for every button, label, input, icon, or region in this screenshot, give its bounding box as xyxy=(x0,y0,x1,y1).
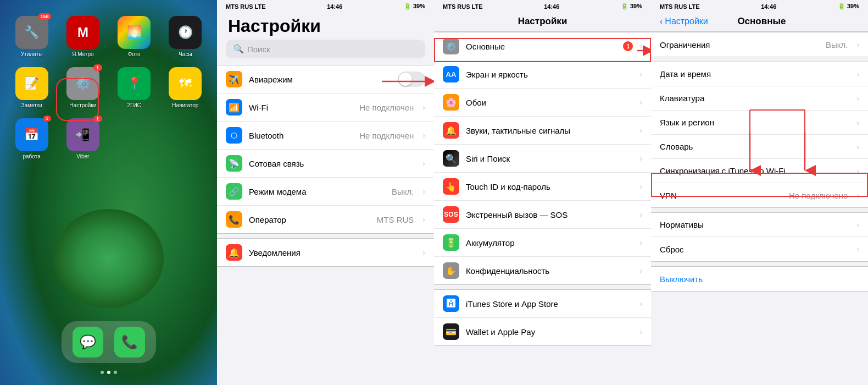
status-bar-p4: MTS RUS LTE 14:46 🔋 39% xyxy=(651,0,868,12)
row-wifi[interactable]: 📶 Wi-Fi Не подключен › xyxy=(217,94,434,122)
row-wallpaper[interactable]: 🌸 Обои › xyxy=(434,89,651,117)
row-label-restrictions: Ограничения xyxy=(660,40,819,50)
row-display[interactable]: AA Экран и яркость › xyxy=(434,61,651,89)
wallpaper-icon: 🌸 xyxy=(443,94,459,111)
row-airplane[interactable]: ✈️ Авиарежим xyxy=(217,65,434,94)
app-work[interactable]: 📅 1 работа xyxy=(11,118,52,160)
row-reset[interactable]: Сброс › xyxy=(651,237,868,261)
general-badge: 1 xyxy=(623,41,633,51)
app-navigator[interactable]: 🗺 Навигатор xyxy=(165,67,206,108)
time-p2: 14:46 xyxy=(327,3,342,10)
battery-icon: 🔋 xyxy=(443,234,459,251)
app-label-viber: Viber xyxy=(76,153,89,160)
row-restrictions[interactable]: Ограничения Выкл. › xyxy=(651,32,868,57)
app-label-clock: Часы xyxy=(179,51,192,57)
row-hotspot[interactable]: 🔗 Режим модема Выкл. › xyxy=(217,178,434,206)
row-sos[interactable]: SOS Экстренный вызов — SOS › xyxy=(434,201,651,229)
dot-1 xyxy=(101,371,104,374)
app-label-settings: Настройки xyxy=(69,102,96,108)
display-chevron: › xyxy=(639,70,642,79)
general-group: ⚙️ Основные 1 › AA Экран и яркость › 🌸 О… xyxy=(434,32,651,285)
time-p4: 14:46 xyxy=(761,3,776,10)
row-dictionary[interactable]: Словарь › xyxy=(651,135,868,159)
row-itunes[interactable]: 🅰 iTunes Store и App Store › xyxy=(434,290,651,318)
bluetooth-value: Не подключен xyxy=(359,131,414,140)
dictionary-chevron: › xyxy=(856,142,859,151)
dock-messages[interactable]: 💬 xyxy=(73,327,103,358)
display-icon: AA xyxy=(443,66,459,82)
general-settings-group1: Ограничения Выкл. › xyxy=(651,32,868,57)
battery-chevron: › xyxy=(639,238,642,247)
app-settings[interactable]: ⚙️ 1 Настройки xyxy=(62,67,103,108)
badge-work: 1 xyxy=(43,116,51,122)
row-label-sounds: Звуки, тактильные сигналы xyxy=(466,126,633,135)
connectivity-group: ✈️ Авиарежим 📶 Wi-Fi Не подключен › ⬡ Bl… xyxy=(217,65,434,234)
row-itunes-sync[interactable]: Синхронизация с iTunes по Wi-Fi › xyxy=(651,159,868,183)
row-regulatory[interactable]: Нормативы › xyxy=(651,213,868,237)
row-label-regulatory: Нормативы xyxy=(660,220,850,229)
row-shutdown[interactable]: Выключить xyxy=(651,267,868,291)
search-bar[interactable]: 🔍 Поиск xyxy=(226,40,425,58)
dock-phone[interactable]: 📞 xyxy=(114,327,145,358)
row-language[interactable]: Язык и регион › xyxy=(651,111,868,135)
itunes-icon: 🅰 xyxy=(443,295,459,312)
bluetooth-chevron: › xyxy=(422,131,425,140)
nav-title-p3: Настройки xyxy=(443,16,642,27)
airplane-toggle[interactable] xyxy=(398,72,425,87)
row-keyboard[interactable]: Клавиатура › xyxy=(651,86,868,111)
sounds-icon: 🔔 xyxy=(443,122,459,139)
restrictions-value: Выкл. xyxy=(826,40,848,50)
row-general[interactable]: ⚙️ Основные 1 › xyxy=(434,32,651,61)
nav-header-p3: Настройки xyxy=(434,12,651,32)
app-2gis[interactable]: 📍 2ГИС xyxy=(114,67,155,108)
row-label-operator: Оператор xyxy=(249,215,370,224)
iphone-homescreen: MTS RUS LTE 14:46 🔋 39% 🔧 158 Утилиты М … xyxy=(0,0,217,385)
row-label-itunes: iTunes Store и App Store xyxy=(466,299,633,309)
row-label-general: Основные xyxy=(466,42,616,51)
time-p3: 14:46 xyxy=(544,3,559,10)
app-metro[interactable]: М Я.Метро xyxy=(62,16,103,57)
app-photos[interactable]: 🌅 Фото xyxy=(114,16,155,57)
row-notifications[interactable]: 🔔 Уведомления › xyxy=(217,239,434,266)
row-cellular[interactable]: 📡 Сотовая связь › xyxy=(217,150,434,178)
back-button[interactable]: ‹ Настройки xyxy=(660,16,708,26)
restrictions-chevron: › xyxy=(856,40,859,49)
vpn-value: Не подключено xyxy=(789,191,848,200)
app-label-navigator: Навигатор xyxy=(172,102,198,108)
app-label-photos: Фото xyxy=(128,51,141,57)
sos-icon: SOS xyxy=(443,206,459,223)
nav-header-p4: ‹ Настройки Основные xyxy=(651,12,868,32)
row-label-datetime: Дата и время xyxy=(660,69,850,79)
row-privacy[interactable]: ✋ Конфиденциальность › xyxy=(434,257,651,284)
regulatory-chevron: › xyxy=(856,221,859,229)
wifi-value: Не подключен xyxy=(359,103,414,112)
row-label-reset: Сброс xyxy=(660,245,850,254)
carrier-p4: MTS RUS LTE xyxy=(660,3,700,10)
privacy-chevron: › xyxy=(639,266,642,275)
row-datetime[interactable]: Дата и время › xyxy=(651,62,868,86)
app-viber[interactable]: 📲 1 Viber xyxy=(62,118,103,160)
row-siri[interactable]: 🔍 Siri и Поиск › xyxy=(434,145,651,173)
row-operator[interactable]: 📞 Оператор MTS RUS › xyxy=(217,206,434,233)
settings-detail-panel: MTS RUS LTE 14:46 🔋 39% Настройки ⚙️ Осн… xyxy=(434,0,651,385)
settings-heading: Настройки xyxy=(217,12,434,40)
app-utilities[interactable]: 🔧 158 Утилиты xyxy=(11,16,52,57)
app-clock[interactable]: 🕐 Часы xyxy=(165,16,206,57)
row-bluetooth[interactable]: ⬡ Bluetooth Не подключен › xyxy=(217,122,434,150)
row-vpn[interactable]: VPN Не подключено › xyxy=(651,183,868,207)
row-sounds[interactable]: 🔔 Звуки, тактильные сигналы › xyxy=(434,117,651,145)
row-label-wallet: Wallet и Apple Pay xyxy=(466,327,633,337)
wifi-chevron: › xyxy=(422,103,425,112)
keyboard-chevron: › xyxy=(856,94,859,103)
row-label-display: Экран и яркость xyxy=(466,70,633,79)
badge-utilities: 158 xyxy=(38,13,51,20)
row-label-vpn: VPN xyxy=(660,191,782,200)
row-label-bluetooth: Bluetooth xyxy=(249,131,353,140)
row-label-cellular: Сотовая связь xyxy=(249,159,416,168)
row-label-notifications: Уведомления xyxy=(249,248,416,257)
row-wallet[interactable]: 💳 Wallet и Apple Pay › xyxy=(434,318,651,345)
row-touchid[interactable]: 👆 Touch ID и код-пароль › xyxy=(434,173,651,201)
row-battery[interactable]: 🔋 Аккумулятор › xyxy=(434,229,651,257)
row-label-wallpaper: Обои xyxy=(466,98,633,107)
app-notes[interactable]: 📝 Заметки xyxy=(11,67,52,108)
